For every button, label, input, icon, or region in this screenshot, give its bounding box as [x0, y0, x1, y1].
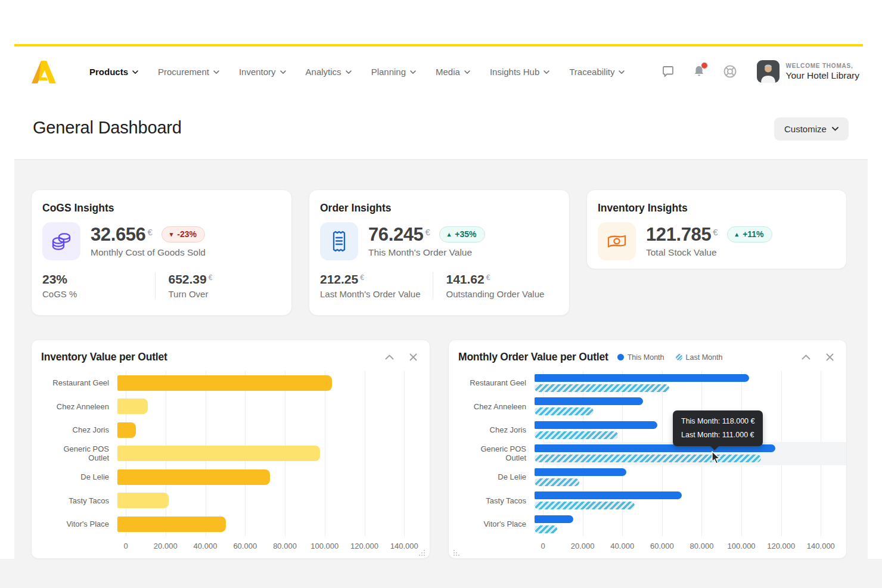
- card-value: 32.656€: [91, 225, 153, 244]
- avatar[interactable]: [757, 60, 779, 83]
- currency-symbol: €: [425, 227, 430, 237]
- collapse-chevron-up-icon[interactable]: [801, 353, 810, 362]
- stat-value: 212.25€: [320, 272, 433, 287]
- card-title: Inventory Insights: [598, 202, 836, 214]
- legend-label: This Month: [628, 353, 664, 362]
- nav-item-procurement[interactable]: Procurement: [158, 67, 219, 77]
- legend-item-last-month[interactable]: Last Month: [676, 353, 723, 362]
- card-value-block: 121.785€ ▴+11% Total Stock Value: [646, 225, 772, 258]
- bar-this-month[interactable]: [535, 515, 573, 523]
- notification-dot: [701, 63, 707, 69]
- nav-item-label: Media: [436, 67, 460, 77]
- chart-row: Generic POS Outlet: [458, 442, 837, 466]
- resize-handle[interactable]: [418, 548, 426, 555]
- chart-row: Chez Joris: [458, 418, 837, 442]
- bar-last-month[interactable]: [535, 455, 761, 462]
- chat-icon[interactable]: [660, 64, 676, 79]
- page-title: General Dashboard: [33, 118, 182, 138]
- bar-track: [117, 512, 420, 536]
- app-logo-icon[interactable]: [31, 58, 58, 85]
- x-tick-label: 80.000: [690, 542, 714, 550]
- bar-last-month[interactable]: [535, 407, 594, 415]
- x-tick-label: 60.000: [650, 542, 674, 550]
- cogs-insights-card: CoGS Insights 32.656€ ▾-23% Monthly Cost…: [31, 189, 292, 316]
- chart-header: Monthly Order Value per Outlet This Mont…: [458, 351, 837, 363]
- bar-this-month[interactable]: [535, 374, 749, 382]
- bar-last-month[interactable]: [535, 384, 669, 392]
- stat-label: Outstanding Order Value: [446, 289, 559, 299]
- user-welcome: WELCOME THOMAS,: [786, 63, 860, 69]
- nav-item-planning[interactable]: Planning: [371, 67, 416, 77]
- legend-label: Last Month: [686, 353, 723, 362]
- x-tick-label: 40.000: [610, 542, 634, 550]
- chart-row: Vitor's Place: [458, 512, 837, 536]
- card-stats: 23% CoGS % 652.39€ Turn Over: [42, 272, 281, 299]
- stat-col: 212.25€ Last Month's Order Value: [320, 272, 433, 299]
- customize-label: Customize: [784, 124, 827, 134]
- stat-col: 652.39€ Turn Over: [155, 272, 281, 299]
- delta-badge: ▴+35%: [439, 226, 485, 242]
- bell-icon[interactable]: [691, 64, 707, 79]
- collapse-chevron-up-icon[interactable]: [384, 353, 394, 362]
- user-text: WELCOME THOMAS, Your Hotel Library: [786, 63, 860, 81]
- bar-last-month[interactable]: [535, 478, 579, 486]
- category-label: Chez Anneleen: [458, 402, 535, 411]
- nav-item-products[interactable]: Products: [89, 67, 138, 77]
- nav-item-inventory[interactable]: Inventory: [239, 67, 286, 77]
- stat-label: CoGS %: [42, 289, 155, 299]
- chart-tooltip: This Month: 118.000 € Last Month: 111.00…: [673, 410, 763, 446]
- chart-row: Tasty Tacos: [41, 489, 420, 513]
- chart-header: Inventory Value per Outlet: [41, 351, 420, 363]
- x-tick-label: 0: [123, 542, 128, 550]
- chart-row: Chez Anneleen: [458, 395, 837, 419]
- bar[interactable]: [117, 469, 270, 485]
- bar[interactable]: [117, 399, 148, 414]
- help-icon[interactable]: [722, 64, 738, 79]
- user-menu[interactable]: WELCOME THOMAS, Your Hotel Library: [757, 60, 860, 83]
- nav-item-insights-hub[interactable]: Insights Hub: [490, 67, 549, 77]
- customize-button[interactable]: Customize: [774, 117, 849, 141]
- chevron-down-icon: [410, 70, 416, 74]
- bar-last-month[interactable]: [535, 525, 557, 533]
- close-icon[interactable]: [825, 353, 834, 362]
- chart-row: Restaurant Geel: [41, 371, 420, 395]
- bar-last-month[interactable]: [535, 502, 635, 509]
- card-value: 76.245€: [368, 225, 430, 244]
- bar-track: [117, 489, 420, 513]
- bar-this-month[interactable]: [535, 421, 657, 429]
- nav-item-traceability[interactable]: Traceability: [569, 67, 625, 77]
- bar[interactable]: [117, 375, 332, 391]
- bar[interactable]: [117, 446, 320, 461]
- chevron-down-icon: [832, 127, 838, 131]
- mouse-cursor: [711, 451, 723, 466]
- bar-pair: [535, 374, 837, 392]
- resize-handle[interactable]: [453, 548, 460, 555]
- chart-row: Generic POS Outlet: [41, 442, 420, 466]
- bar-this-month[interactable]: [535, 468, 626, 476]
- bar[interactable]: [117, 517, 226, 532]
- bar-track: [117, 465, 420, 489]
- card-title: CoGS Insights: [42, 202, 281, 214]
- bar-track: [117, 371, 420, 395]
- category-label: Vitor's Place: [458, 519, 535, 528]
- bar-track: [117, 395, 420, 419]
- bar-this-month[interactable]: [535, 491, 682, 499]
- legend-item-this-month[interactable]: This Month: [617, 353, 664, 362]
- legend-dot-solid: [617, 354, 624, 360]
- bar[interactable]: [117, 422, 136, 438]
- x-tick-label: 80.000: [273, 542, 297, 550]
- category-label: Tasty Tacos: [458, 496, 535, 505]
- bar-this-month[interactable]: [535, 397, 643, 405]
- nav-item-analytics[interactable]: Analytics: [306, 67, 352, 77]
- category-label: Vitor's Place: [41, 519, 117, 528]
- delta-arrow-icon: ▴: [448, 231, 451, 238]
- x-tick-label: 60.000: [233, 542, 257, 550]
- x-tick-label: 100.000: [310, 542, 338, 550]
- close-icon[interactable]: [408, 353, 418, 362]
- bar-last-month[interactable]: [535, 431, 618, 439]
- nav-item-media[interactable]: Media: [436, 67, 470, 77]
- currency-symbol: €: [486, 273, 490, 282]
- stat-col: 141.62€ Outstanding Order Value: [433, 272, 559, 299]
- bar[interactable]: [117, 493, 169, 508]
- chart-actions: [384, 353, 418, 362]
